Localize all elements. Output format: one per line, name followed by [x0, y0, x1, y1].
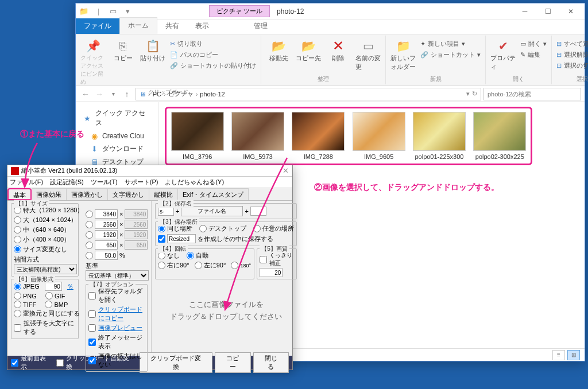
size-none-radio[interactable] [14, 246, 21, 253]
sidebar-item[interactable]: ⬇ダウンロード [78, 142, 156, 155]
width-input[interactable] [95, 240, 118, 250]
file-item[interactable]: polpo01-225x300 [412, 112, 466, 160]
tab-view[interactable]: 表示 [187, 18, 217, 34]
up-button[interactable]: ↑ [121, 88, 133, 100]
width-input[interactable] [95, 209, 118, 219]
open-button[interactable]: ▭開く▾ [519, 39, 548, 49]
format-same-radio[interactable] [14, 310, 21, 317]
percent-radio[interactable] [86, 252, 93, 259]
format-jpeg-radio[interactable] [14, 283, 21, 290]
clipboard-convert-button[interactable]: クリップボード変換 [140, 352, 212, 373]
close-button[interactable]: 閉じる [253, 352, 289, 373]
file-item[interactable]: IMG_5973 [230, 112, 285, 160]
rotate-180-radio[interactable] [231, 262, 238, 269]
topmost-checkbox[interactable]: 最前面表示 [11, 354, 52, 371]
properties-button[interactable]: ✔プロパティ [489, 37, 517, 74]
refresh-icon[interactable]: ↻ [472, 90, 477, 98]
tab-watermark-text[interactable]: 文字透かし [108, 188, 149, 200]
format-bmp-radio[interactable] [45, 301, 52, 308]
menu-tools[interactable]: ツール(T) [91, 178, 118, 186]
search-input[interactable] [483, 88, 581, 100]
rotate-r90-radio[interactable] [158, 262, 165, 269]
format-gif-radio[interactable] [45, 292, 53, 299]
details-view-button[interactable]: ≡ [552, 350, 565, 360]
copy-button[interactable]: コピー [215, 352, 250, 373]
noenlarge-checkbox[interactable] [88, 357, 96, 364]
paste-button[interactable]: 📋貼り付け [139, 37, 167, 87]
height-input[interactable] [125, 209, 148, 219]
tab-file[interactable]: ファイル [76, 18, 119, 34]
clipboard-link[interactable]: クリップボードにコピー [98, 305, 145, 322]
back-button[interactable]: ← [79, 88, 92, 100]
invert-button[interactable]: ⊡選択の切り替え [555, 61, 588, 71]
tab-share[interactable]: 共有 [157, 18, 187, 34]
loc-desktop-radio[interactable] [199, 225, 207, 232]
crumb-folder[interactable]: photo-12 [200, 91, 225, 98]
endmsg-checkbox[interactable] [88, 339, 96, 346]
base-select[interactable]: 長辺基準（標準） [86, 270, 149, 281]
tab-basic[interactable]: 基本 [7, 188, 32, 200]
width-input[interactable] [95, 230, 118, 239]
tab-exif[interactable]: Exif・タイムスタンプ [178, 188, 249, 200]
open-dest-checkbox[interactable] [88, 292, 96, 299]
menu-file[interactable]: ファイル(F) [10, 178, 43, 186]
size-s-radio[interactable] [14, 236, 21, 243]
pin-button[interactable]: 📌クイック アクセスにピン留め [79, 37, 107, 87]
menu-support[interactable]: サポート(P) [125, 178, 158, 186]
suffix-input[interactable] [250, 207, 266, 216]
qat-item-icon[interactable]: ▭ [107, 6, 119, 17]
drop-area[interactable]: ここに画像ファイルを ドラッグ＆ドロップしてください [155, 282, 297, 340]
file-item[interactable]: IMG_7288 [291, 112, 346, 160]
sidebar-quickaccess[interactable]: ★クイック アクセス [78, 107, 156, 130]
size-l-radio[interactable] [14, 216, 21, 224]
height-input[interactable] [125, 230, 148, 239]
file-item[interactable]: polpo02-300x225 [473, 112, 527, 160]
selectnone-button[interactable]: ⊟選択解除 [555, 50, 588, 60]
rotate-l90-radio[interactable] [195, 262, 202, 269]
selectall-button[interactable]: ⊞すべて選択 [555, 39, 588, 49]
height-input[interactable] [125, 240, 148, 250]
file-item[interactable]: IMG_3796 [170, 112, 225, 160]
close-button[interactable]: ✕ [559, 5, 582, 18]
newitem-button[interactable]: ✦新しい項目▾ [419, 39, 482, 49]
edit-button[interactable]: ✎編集 [519, 50, 548, 60]
tab-watermark-img[interactable]: 画像透かし [67, 188, 108, 200]
subfolder-input[interactable] [167, 234, 196, 243]
breadcrumb[interactable]: 🖥 › PC › ピクチャ › photo-12 ▾ ↻ [136, 88, 481, 100]
crumb-pictures[interactable]: ピクチャ [168, 90, 194, 98]
quality-input[interactable] [260, 268, 283, 277]
custom-size-radio[interactable] [86, 242, 93, 249]
tab-home[interactable]: ホーム [119, 17, 157, 34]
maximize-button[interactable]: ☐ [536, 5, 559, 18]
preview-link[interactable]: 画像プレビュー [98, 324, 142, 332]
uppercase-ext-checkbox[interactable] [14, 324, 21, 332]
minimize-button[interactable]: ─ [513, 5, 536, 18]
custom-size-radio[interactable] [86, 221, 93, 228]
preview-checkbox[interactable] [88, 324, 96, 332]
format-png-radio[interactable] [14, 292, 21, 299]
newshortcut-button[interactable]: 🔗ショートカット▾ [419, 50, 482, 60]
format-tiff-radio[interactable] [14, 301, 21, 308]
subfolder-checkbox[interactable] [158, 235, 165, 243]
file-item[interactable]: IMG_9605 [351, 112, 406, 160]
crumb-pc[interactable]: PC [153, 91, 161, 98]
copyto-button[interactable]: 📂コピー先 [295, 37, 322, 74]
loc-any-radio[interactable] [253, 225, 261, 232]
icons-view-button[interactable]: ⊞ [567, 350, 580, 360]
clipboard-checkbox[interactable] [88, 310, 96, 318]
interpolation-select[interactable]: 三次補間(高精度) [14, 264, 77, 274]
prefix-input[interactable] [158, 207, 174, 216]
dropdown-icon[interactable]: ▾ [466, 90, 470, 98]
custom-size-radio[interactable] [86, 211, 93, 218]
tab-aspect[interactable]: 縦横比 [149, 188, 178, 200]
percent-input[interactable] [95, 251, 118, 260]
history-dropdown[interactable]: ▾ [107, 88, 119, 100]
copypath-button[interactable]: 📄パスのコピー [169, 50, 257, 60]
forward-button[interactable]: → [93, 88, 106, 100]
rotate-auto-radio[interactable] [187, 252, 194, 259]
tab-effect[interactable]: 画像効果 [32, 188, 67, 200]
custom-size-radio[interactable] [86, 231, 93, 239]
copy-button[interactable]: ⎘コピー [109, 37, 137, 87]
qat-dropdown-icon[interactable]: ▾ [122, 6, 133, 17]
menu-channel[interactable]: よしだちゃんねる(Y) [165, 178, 224, 186]
